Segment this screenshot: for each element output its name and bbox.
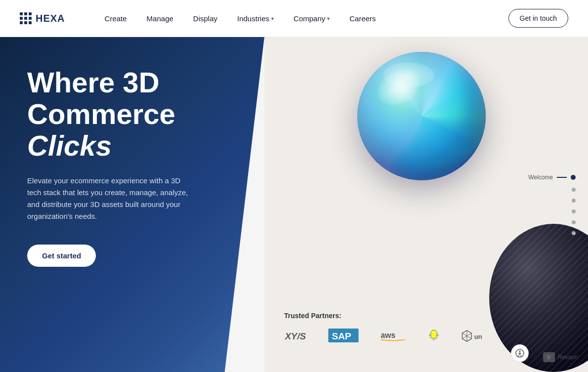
svg-text:aws: aws [381, 331, 396, 339]
nav-dot-welcome[interactable]: Welcome [528, 174, 576, 181]
welcome-label: Welcome [528, 174, 553, 181]
svg-text:SAP: SAP [332, 331, 351, 341]
hero-section: Where 3D Commerce Clicks Elevate your ec… [0, 37, 588, 372]
svg-point-10 [519, 351, 521, 352]
nav-dot-indicator [572, 188, 576, 192]
nav-dot-1[interactable] [571, 175, 576, 180]
nav-careers[interactable]: Careers [349, 14, 376, 23]
svg-text:un: un [474, 333, 482, 340]
partner-snapchat [425, 329, 443, 342]
partner-aws: aws [378, 329, 408, 342]
nav-dot-indicator [572, 199, 576, 203]
nav-dot-5[interactable] [572, 220, 576, 224]
accessibility-button[interactable] [511, 344, 529, 362]
nav-dot-indicator [572, 220, 576, 224]
hero-description: Elevate your ecommerce experience with a… [27, 175, 195, 222]
logo[interactable]: HEXA [20, 12, 65, 24]
chevron-down-icon: ▾ [271, 16, 274, 21]
chevron-down-icon: ▾ [327, 16, 330, 21]
nav-dot-indicator [572, 209, 576, 213]
nav-links: Create Manage Display Industries ▾ Compa… [105, 14, 508, 23]
hero-right-panel: Trusted Partners: XY/S SAP [264, 37, 588, 372]
svg-line-14 [521, 355, 521, 357]
logo-text: HEXA [36, 13, 65, 24]
nav-dot-indicator [572, 231, 576, 235]
logo-icon [20, 12, 32, 24]
orb-highlight [383, 62, 434, 88]
page-navigation-dots: Welcome [528, 174, 576, 235]
nav-industries[interactable]: Industries ▾ [237, 14, 274, 23]
nav-dot-6[interactable] [572, 231, 576, 235]
partner-sap: SAP [326, 329, 361, 342]
partner-xys: XY/S [284, 329, 309, 342]
hero-left-panel: Where 3D Commerce Clicks Elevate your ec… [0, 37, 264, 372]
get-in-touch-button[interactable]: Get in touch [508, 9, 569, 28]
partner-unity: un [460, 329, 500, 342]
watermark-icon: R [543, 352, 555, 362]
watermark: R Revaun [543, 352, 578, 362]
3d-orb [357, 52, 496, 190]
nav-dot-4[interactable] [572, 209, 576, 213]
nav-create[interactable]: Create [105, 14, 127, 23]
nav-display[interactable]: Display [193, 14, 217, 23]
nav-dot-3[interactable] [572, 199, 576, 203]
dot-line [557, 177, 567, 178]
get-started-button[interactable]: Get started [27, 245, 96, 267]
main-nav: HEXA Create Manage Display Industries ▾ … [0, 0, 588, 37]
hero-title: Where 3D Commerce Clicks [27, 67, 240, 161]
nav-company[interactable]: Company ▾ [294, 14, 330, 23]
watermark-text: Revaun [558, 354, 578, 361]
svg-text:XY/S: XY/S [285, 331, 306, 341]
orb-sphere [357, 52, 486, 180]
dark-sphere-decoration [489, 224, 588, 372]
nav-dot-2[interactable] [572, 188, 576, 192]
nav-manage[interactable]: Manage [147, 14, 173, 23]
svg-line-13 [518, 355, 519, 357]
